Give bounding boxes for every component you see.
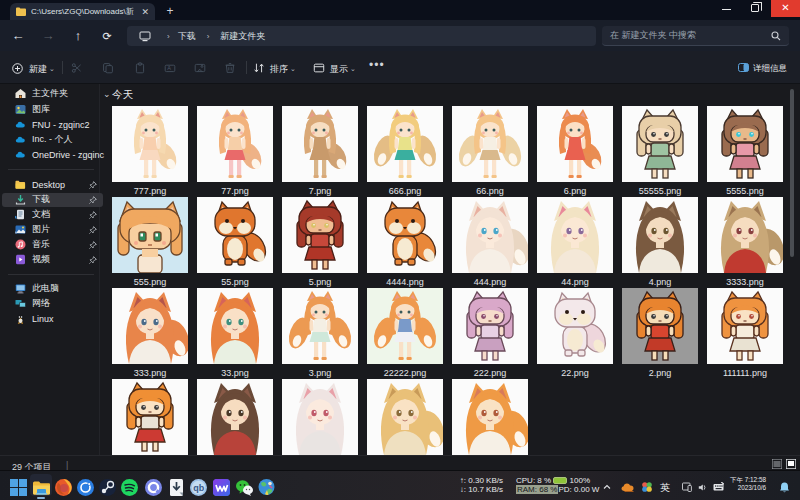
svg-text:A: A xyxy=(167,65,171,71)
svg-text:qb: qb xyxy=(193,483,204,493)
